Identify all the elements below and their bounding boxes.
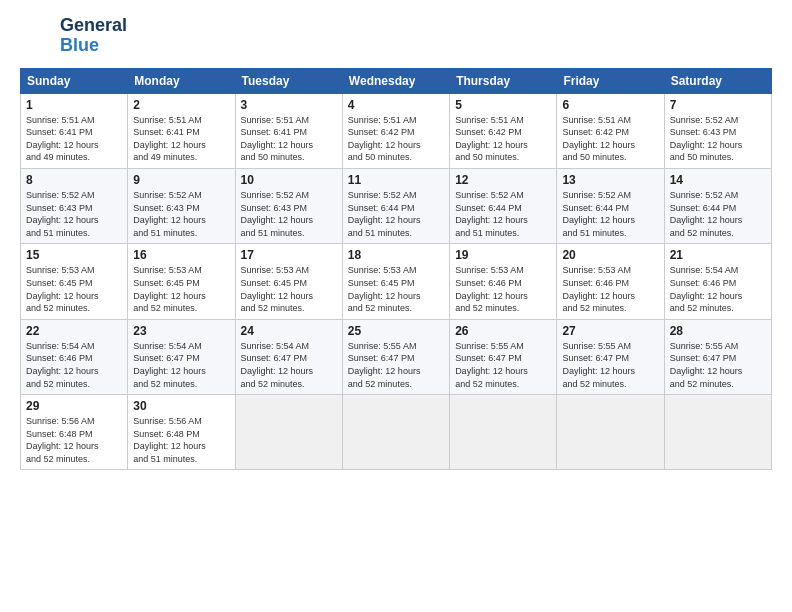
day-cell: 12Sunrise: 5:52 AMSunset: 6:44 PMDayligh… (450, 168, 557, 243)
day-number: 13 (562, 173, 658, 187)
col-header-monday: Monday (128, 68, 235, 93)
day-info: Sunrise: 5:53 AMSunset: 6:45 PMDaylight:… (241, 264, 337, 314)
day-number: 12 (455, 173, 551, 187)
day-number: 16 (133, 248, 229, 262)
day-cell: 3Sunrise: 5:51 AMSunset: 6:41 PMDaylight… (235, 93, 342, 168)
day-info: Sunrise: 5:53 AMSunset: 6:45 PMDaylight:… (26, 264, 122, 314)
day-info: Sunrise: 5:55 AMSunset: 6:47 PMDaylight:… (348, 340, 444, 390)
header: General Blue (20, 16, 772, 56)
day-number: 14 (670, 173, 766, 187)
col-header-tuesday: Tuesday (235, 68, 342, 93)
day-number: 27 (562, 324, 658, 338)
day-number: 3 (241, 98, 337, 112)
day-number: 17 (241, 248, 337, 262)
day-cell: 22Sunrise: 5:54 AMSunset: 6:46 PMDayligh… (21, 319, 128, 394)
page: General Blue SundayMondayTuesdayWednesda… (0, 0, 792, 612)
day-info: Sunrise: 5:51 AMSunset: 6:41 PMDaylight:… (133, 114, 229, 164)
day-number: 20 (562, 248, 658, 262)
day-number: 4 (348, 98, 444, 112)
day-number: 9 (133, 173, 229, 187)
day-cell: 8Sunrise: 5:52 AMSunset: 6:43 PMDaylight… (21, 168, 128, 243)
day-info: Sunrise: 5:51 AMSunset: 6:41 PMDaylight:… (26, 114, 122, 164)
day-cell: 24Sunrise: 5:54 AMSunset: 6:47 PMDayligh… (235, 319, 342, 394)
day-number: 29 (26, 399, 122, 413)
day-cell (450, 395, 557, 470)
day-info: Sunrise: 5:51 AMSunset: 6:41 PMDaylight:… (241, 114, 337, 164)
week-row-1: 1Sunrise: 5:51 AMSunset: 6:41 PMDaylight… (21, 93, 772, 168)
day-info: Sunrise: 5:54 AMSunset: 6:47 PMDaylight:… (241, 340, 337, 390)
day-cell: 21Sunrise: 5:54 AMSunset: 6:46 PMDayligh… (664, 244, 771, 319)
day-cell: 18Sunrise: 5:53 AMSunset: 6:45 PMDayligh… (342, 244, 449, 319)
day-cell (235, 395, 342, 470)
day-info: Sunrise: 5:52 AMSunset: 6:43 PMDaylight:… (670, 114, 766, 164)
day-info: Sunrise: 5:54 AMSunset: 6:47 PMDaylight:… (133, 340, 229, 390)
day-info: Sunrise: 5:54 AMSunset: 6:46 PMDaylight:… (670, 264, 766, 314)
day-cell: 13Sunrise: 5:52 AMSunset: 6:44 PMDayligh… (557, 168, 664, 243)
day-info: Sunrise: 5:54 AMSunset: 6:46 PMDaylight:… (26, 340, 122, 390)
day-info: Sunrise: 5:52 AMSunset: 6:43 PMDaylight:… (133, 189, 229, 239)
day-info: Sunrise: 5:53 AMSunset: 6:45 PMDaylight:… (133, 264, 229, 314)
day-cell: 28Sunrise: 5:55 AMSunset: 6:47 PMDayligh… (664, 319, 771, 394)
day-number: 25 (348, 324, 444, 338)
day-number: 30 (133, 399, 229, 413)
day-cell (557, 395, 664, 470)
day-info: Sunrise: 5:55 AMSunset: 6:47 PMDaylight:… (562, 340, 658, 390)
day-number: 5 (455, 98, 551, 112)
day-cell (342, 395, 449, 470)
day-cell: 7Sunrise: 5:52 AMSunset: 6:43 PMDaylight… (664, 93, 771, 168)
day-cell: 16Sunrise: 5:53 AMSunset: 6:45 PMDayligh… (128, 244, 235, 319)
day-number: 23 (133, 324, 229, 338)
week-row-5: 29Sunrise: 5:56 AMSunset: 6:48 PMDayligh… (21, 395, 772, 470)
day-info: Sunrise: 5:53 AMSunset: 6:46 PMDaylight:… (455, 264, 551, 314)
week-row-4: 22Sunrise: 5:54 AMSunset: 6:46 PMDayligh… (21, 319, 772, 394)
logo-text: General Blue (60, 16, 127, 56)
day-number: 19 (455, 248, 551, 262)
day-cell: 10Sunrise: 5:52 AMSunset: 6:43 PMDayligh… (235, 168, 342, 243)
day-number: 11 (348, 173, 444, 187)
day-number: 21 (670, 248, 766, 262)
day-info: Sunrise: 5:55 AMSunset: 6:47 PMDaylight:… (455, 340, 551, 390)
col-header-thursday: Thursday (450, 68, 557, 93)
day-info: Sunrise: 5:56 AMSunset: 6:48 PMDaylight:… (133, 415, 229, 465)
week-row-3: 15Sunrise: 5:53 AMSunset: 6:45 PMDayligh… (21, 244, 772, 319)
day-cell: 25Sunrise: 5:55 AMSunset: 6:47 PMDayligh… (342, 319, 449, 394)
header-row: SundayMondayTuesdayWednesdayThursdayFrid… (21, 68, 772, 93)
day-number: 26 (455, 324, 551, 338)
day-cell: 26Sunrise: 5:55 AMSunset: 6:47 PMDayligh… (450, 319, 557, 394)
day-info: Sunrise: 5:51 AMSunset: 6:42 PMDaylight:… (455, 114, 551, 164)
day-info: Sunrise: 5:52 AMSunset: 6:44 PMDaylight:… (348, 189, 444, 239)
day-info: Sunrise: 5:53 AMSunset: 6:45 PMDaylight:… (348, 264, 444, 314)
day-info: Sunrise: 5:52 AMSunset: 6:44 PMDaylight:… (670, 189, 766, 239)
day-cell: 29Sunrise: 5:56 AMSunset: 6:48 PMDayligh… (21, 395, 128, 470)
day-number: 18 (348, 248, 444, 262)
day-info: Sunrise: 5:52 AMSunset: 6:43 PMDaylight:… (26, 189, 122, 239)
day-cell (664, 395, 771, 470)
day-info: Sunrise: 5:52 AMSunset: 6:43 PMDaylight:… (241, 189, 337, 239)
day-cell: 23Sunrise: 5:54 AMSunset: 6:47 PMDayligh… (128, 319, 235, 394)
day-cell: 4Sunrise: 5:51 AMSunset: 6:42 PMDaylight… (342, 93, 449, 168)
day-number: 22 (26, 324, 122, 338)
logo: General Blue (20, 16, 127, 56)
calendar-table: SundayMondayTuesdayWednesdayThursdayFrid… (20, 68, 772, 471)
day-info: Sunrise: 5:55 AMSunset: 6:47 PMDaylight:… (670, 340, 766, 390)
day-number: 15 (26, 248, 122, 262)
day-cell: 30Sunrise: 5:56 AMSunset: 6:48 PMDayligh… (128, 395, 235, 470)
day-number: 24 (241, 324, 337, 338)
day-cell: 27Sunrise: 5:55 AMSunset: 6:47 PMDayligh… (557, 319, 664, 394)
week-row-2: 8Sunrise: 5:52 AMSunset: 6:43 PMDaylight… (21, 168, 772, 243)
day-cell: 1Sunrise: 5:51 AMSunset: 6:41 PMDaylight… (21, 93, 128, 168)
day-cell: 17Sunrise: 5:53 AMSunset: 6:45 PMDayligh… (235, 244, 342, 319)
day-cell: 2Sunrise: 5:51 AMSunset: 6:41 PMDaylight… (128, 93, 235, 168)
day-number: 6 (562, 98, 658, 112)
day-number: 7 (670, 98, 766, 112)
day-cell: 20Sunrise: 5:53 AMSunset: 6:46 PMDayligh… (557, 244, 664, 319)
day-info: Sunrise: 5:56 AMSunset: 6:48 PMDaylight:… (26, 415, 122, 465)
col-header-wednesday: Wednesday (342, 68, 449, 93)
day-info: Sunrise: 5:51 AMSunset: 6:42 PMDaylight:… (348, 114, 444, 164)
day-info: Sunrise: 5:52 AMSunset: 6:44 PMDaylight:… (455, 189, 551, 239)
day-cell: 15Sunrise: 5:53 AMSunset: 6:45 PMDayligh… (21, 244, 128, 319)
day-cell: 14Sunrise: 5:52 AMSunset: 6:44 PMDayligh… (664, 168, 771, 243)
day-cell: 9Sunrise: 5:52 AMSunset: 6:43 PMDaylight… (128, 168, 235, 243)
day-number: 10 (241, 173, 337, 187)
day-cell: 11Sunrise: 5:52 AMSunset: 6:44 PMDayligh… (342, 168, 449, 243)
